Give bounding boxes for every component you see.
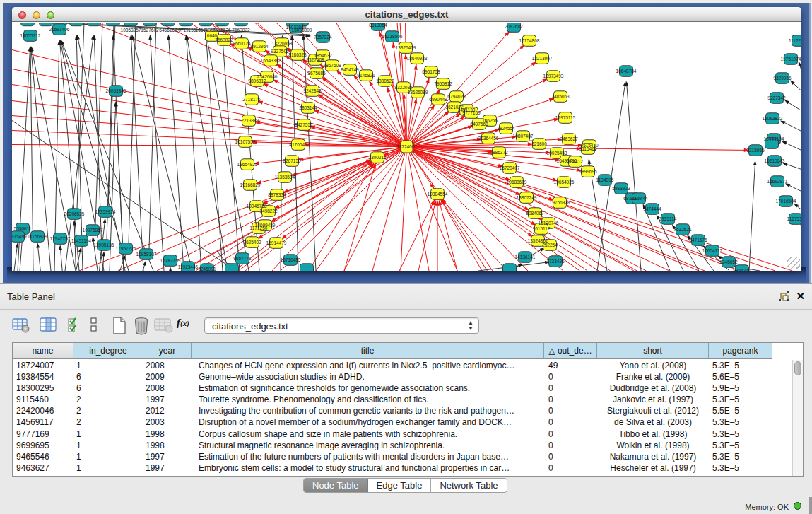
svg-text:19384554: 19384554 (428, 192, 448, 197)
svg-text:1388520: 1388520 (376, 78, 394, 83)
svg-text:13325419: 13325419 (396, 45, 416, 50)
svg-text:984412: 984412 (567, 159, 583, 164)
svg-text:5550611: 5550611 (14, 226, 32, 231)
svg-text:7663822: 7663822 (215, 37, 233, 42)
svg-text:2300215: 2300215 (368, 155, 387, 160)
svg-text:2935114: 2935114 (659, 216, 677, 221)
svg-text:17359924: 17359924 (95, 209, 116, 214)
svg-text:12975115: 12975115 (555, 115, 576, 120)
svg-text:9197444: 9197444 (630, 196, 648, 201)
svg-text:6961758: 6961758 (422, 69, 440, 74)
svg-text:16154808: 16154808 (519, 38, 540, 43)
svg-text:9146821: 9146821 (357, 73, 375, 78)
svg-text:621600: 621600 (531, 141, 547, 146)
svg-text:1134095: 1134095 (596, 177, 614, 182)
svg-text:18724007: 18724007 (396, 144, 417, 149)
svg-text:6466160: 6466160 (159, 28, 177, 33)
svg-text:1527602: 1527602 (141, 28, 159, 33)
svg-text:9657771: 9657771 (233, 256, 252, 261)
svg-text:7663822: 7663822 (232, 28, 250, 33)
svg-text:15751074: 15751074 (781, 57, 801, 62)
svg-text:9777169: 9777169 (462, 110, 481, 115)
svg-text:8660124: 8660124 (233, 41, 251, 46)
svg-text:9463627: 9463627 (560, 136, 578, 141)
svg-text:9327506: 9327506 (271, 49, 289, 54)
svg-text:18640923: 18640923 (407, 56, 428, 61)
svg-text:8454749: 8454749 (341, 67, 359, 72)
svg-text:10975867: 10975867 (83, 228, 103, 233)
svg-text:11122233: 11122233 (789, 38, 801, 43)
svg-text:7625402: 7625402 (243, 240, 261, 245)
svg-text:12093822: 12093822 (763, 116, 783, 121)
svg-text:13226058: 13226058 (272, 41, 293, 46)
svg-text:11923446: 11923446 (178, 264, 199, 269)
svg-text:10046758: 10046758 (247, 204, 267, 209)
svg-text:5933923: 5933923 (612, 186, 630, 191)
svg-text:3215955: 3215955 (746, 148, 765, 153)
svg-text:9327508: 9327508 (306, 57, 324, 62)
svg-text:19654925: 19654925 (554, 180, 575, 185)
svg-text:2803144: 2803144 (299, 105, 317, 110)
svg-text:20691406: 20691406 (49, 27, 70, 32)
svg-text:9896812: 9896812 (248, 78, 266, 83)
svg-text:8186328: 8186328 (288, 52, 307, 57)
svg-text:16648784: 16648784 (616, 69, 637, 74)
svg-text:11156829: 11156829 (28, 234, 47, 239)
svg-text:7485063: 7485063 (551, 94, 570, 99)
svg-text:10853257: 10853257 (121, 28, 141, 33)
svg-text:8427552: 8427552 (295, 122, 313, 127)
svg-text:10719155: 10719155 (176, 28, 196, 33)
svg-text:8813054: 8813054 (369, 23, 387, 28)
svg-text:16543382: 16543382 (261, 58, 281, 63)
svg-text:19166829: 19166829 (240, 182, 261, 187)
svg-text:11451194: 11451194 (71, 238, 91, 243)
svg-text:9115460: 9115460 (579, 146, 597, 151)
svg-text:19654925: 19654925 (237, 162, 258, 167)
svg-text:7632621: 7632621 (673, 227, 692, 232)
svg-text:10688609: 10688609 (507, 180, 527, 185)
svg-text:14055712: 14055712 (20, 33, 41, 38)
svg-text:7515526: 7515526 (213, 28, 231, 33)
svg-text:12444194: 12444194 (764, 136, 784, 141)
svg-text:16033809: 16033809 (286, 25, 307, 30)
svg-text:1733426: 1733426 (546, 259, 565, 264)
svg-text:20364456: 20364456 (478, 136, 499, 141)
svg-text:2867608: 2867608 (323, 63, 341, 68)
svg-text:8878334: 8878334 (268, 192, 286, 197)
svg-text:6497568: 6497568 (470, 122, 488, 127)
svg-text:16120746: 16120746 (539, 221, 559, 226)
svg-text:16210643: 16210643 (765, 158, 785, 163)
svg-text:7357224: 7357224 (314, 35, 332, 40)
svg-text:9834210: 9834210 (733, 268, 751, 271)
svg-text:14099489: 14099489 (255, 223, 276, 228)
svg-text:9329966: 9329966 (773, 76, 792, 81)
svg-text:12942757: 12942757 (50, 236, 71, 241)
svg-text:8322037: 8322037 (394, 85, 413, 90)
svg-text:9245652: 9245652 (719, 259, 738, 264)
svg-text:9084067: 9084067 (526, 211, 544, 216)
svg-text:12213389: 12213389 (239, 118, 259, 123)
svg-text:10807487: 10807487 (513, 134, 534, 139)
svg-text:9899695: 9899695 (579, 169, 597, 174)
svg-text:15692971: 15692971 (767, 179, 788, 184)
svg-text:252254: 252254 (542, 243, 558, 247)
svg-text:3915499: 3915499 (12, 234, 27, 239)
svg-text:6794028: 6794028 (447, 94, 466, 99)
svg-text:10958107: 10958107 (136, 252, 157, 257)
svg-text:13626099: 13626099 (408, 90, 428, 95)
svg-text:12905135: 12905135 (94, 243, 114, 247)
svg-text:16107552: 16107552 (235, 139, 256, 144)
svg-text:1167533: 1167533 (787, 216, 801, 221)
svg-text:10973493: 10973493 (543, 74, 564, 78)
svg-text:4170041: 4170041 (289, 142, 307, 147)
svg-text:2087682: 2087682 (505, 24, 523, 29)
svg-text:20053346: 20053346 (106, 88, 126, 93)
svg-text:17016504: 17016504 (776, 199, 796, 204)
svg-text:1498222: 1498222 (259, 209, 278, 214)
svg-text:10654112: 10654112 (702, 248, 723, 253)
svg-text:3824554: 3824554 (497, 126, 515, 131)
svg-text:19756928: 19756928 (550, 200, 570, 205)
svg-text:3675685: 3675685 (307, 71, 326, 76)
svg-text:8471676: 8471676 (689, 238, 707, 243)
svg-text:8912954: 8912954 (250, 44, 269, 49)
